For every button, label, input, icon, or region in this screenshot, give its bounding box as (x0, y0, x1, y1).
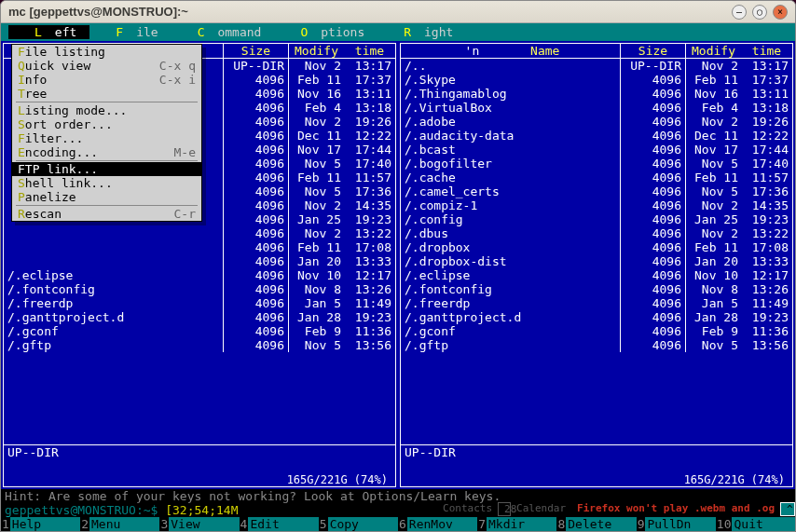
file-row[interactable]: /.bogofilter4096Nov 517:40 (401, 157, 792, 171)
file-row[interactable]: /.gconf4096Feb 911:36 (4, 324, 395, 338)
left-footer: UP--DIR (4, 444, 395, 474)
fkey-delete[interactable]: 8Delete (556, 517, 636, 531)
menu-item-file-listing[interactable]: File listing (12, 45, 201, 59)
titlebar[interactable]: mc [geppettvs@MONSTRUO]:~ – ○ × (1, 1, 795, 23)
file-row[interactable]: /.freerdp4096Jan 511:49 (401, 296, 792, 310)
right-footer: UP--DIR (401, 444, 792, 474)
fkey-copy[interactable]: 5Copy (319, 517, 398, 531)
right-panel[interactable]: 'n Name Size Modify time /..UP--DIRNov 2… (400, 43, 793, 487)
file-row[interactable]: /.compiz-14096Nov 214:35 (401, 198, 792, 212)
taskbar-contacts: Contacts (437, 502, 498, 516)
col-modify[interactable]: Modify (685, 44, 741, 58)
minimize-button[interactable]: – (732, 5, 747, 20)
fkey-pulldn[interactable]: 9PullDn (637, 517, 716, 531)
fkey-menu[interactable]: 2Menu (80, 517, 159, 531)
file-row[interactable]: /.gftp4096Nov 513:56 (4, 338, 395, 352)
file-row[interactable]: 4096Nov 213:22 (4, 226, 395, 240)
right-status: 165G/221G (74%) (401, 473, 792, 486)
menu-item-listing-mode-[interactable]: Listing mode... (12, 103, 201, 117)
menu-item-quick-view[interactable]: Quick viewC-x q (12, 59, 201, 73)
fkey-mkdir[interactable]: 7Mkdir (477, 517, 556, 531)
file-row[interactable]: /.freerdp4096Jan 511:49 (4, 296, 395, 310)
col-modify[interactable]: Modify (288, 44, 344, 58)
file-row[interactable]: /.adobe4096Nov 219:26 (401, 115, 792, 129)
maximize-button[interactable]: ○ (752, 5, 767, 20)
hint-line: Hint: Are some of your keys not working?… (1, 489, 795, 503)
menubar: LeftFileCommandOptionsRight (1, 23, 795, 41)
file-row[interactable]: /.gftp4096Nov 513:56 (401, 338, 792, 352)
scroll-up-icon[interactable]: ^ (780, 502, 795, 516)
file-row[interactable]: /.VirtualBox4096Feb 413:18 (401, 101, 792, 115)
taskbar-calendar: Calendar (511, 502, 571, 516)
col-name[interactable]: 'n Name (401, 44, 620, 58)
file-row[interactable]: /.cache4096Feb 1111:57 (401, 171, 792, 184)
taskbar-firefox: Firefox won't play .webm and .og (571, 502, 780, 516)
file-row[interactable]: /..UP--DIRNov 213:17 (401, 59, 792, 73)
menu-item-encoding-[interactable]: Encoding...M-e (12, 145, 201, 159)
col-time[interactable]: time (741, 44, 792, 58)
file-row[interactable]: /.bcast4096Nov 1717:44 (401, 143, 792, 157)
file-row[interactable]: /.camel_certs4096Nov 517:36 (401, 184, 792, 198)
calendar-icon: 28 (498, 502, 511, 516)
close-button[interactable]: × (773, 5, 788, 20)
file-row[interactable]: /.eclipse4096Nov 1012:17 (4, 268, 395, 282)
function-key-bar: 1Help2Menu3View4Edit5Copy6RenMov7Mkdir8D… (1, 517, 795, 531)
file-row[interactable]: 4096Jan 2013:33 (4, 254, 395, 268)
menu-command[interactable]: Command (172, 25, 275, 39)
file-row[interactable]: /.audacity-data4096Dec 1112:22 (401, 129, 792, 143)
panels-container: .n Size Modify time UP--DIRNov 213:17409… (1, 41, 795, 489)
file-row[interactable]: /.gconf4096Feb 911:36 (401, 324, 792, 338)
window-title: mc [geppettvs@MONSTRUO]:~ (8, 5, 732, 19)
fkey-edit[interactable]: 4Edit (240, 517, 319, 531)
menu-separator (16, 205, 198, 206)
fkey-renmov[interactable]: 6RenMov (398, 517, 477, 531)
file-row[interactable]: 4096Feb 1117:08 (4, 240, 395, 254)
menu-separator (16, 102, 198, 102)
file-row[interactable]: /.dropbox-dist4096Jan 2013:33 (401, 254, 792, 268)
left-menu-dropdown[interactable]: File listingQuick viewC-x qInfoC-x iTree… (11, 44, 202, 222)
file-row[interactable]: /.config4096Jan 2519:23 (401, 212, 792, 226)
menu-separator (16, 160, 198, 161)
fkey-quit[interactable]: 10Quit (716, 517, 795, 531)
file-row[interactable]: /.Thingamablog4096Nov 1613:11 (401, 87, 792, 101)
file-row[interactable]: /.ganttproject.d4096Jan 2819:23 (4, 310, 395, 324)
left-panel[interactable]: .n Size Modify time UP--DIRNov 213:17409… (3, 43, 396, 487)
file-row[interactable]: /.dropbox4096Feb 1117:08 (401, 240, 792, 254)
menu-right[interactable]: Right (377, 25, 466, 39)
menu-item-sort-order-[interactable]: Sort order... (12, 117, 201, 131)
file-row[interactable]: /.fontconfig4096Nov 813:26 (4, 282, 395, 296)
menu-item-filter-[interactable]: Filter... (12, 131, 201, 145)
file-row[interactable]: /.Skype4096Feb 1117:37 (401, 73, 792, 87)
col-size[interactable]: Size (620, 44, 685, 58)
menu-file[interactable]: File (89, 25, 171, 39)
file-row[interactable]: /.dbus4096Nov 213:22 (401, 226, 792, 240)
app-window: mc [geppettvs@MONSTRUO]:~ – ○ × LeftFile… (0, 0, 796, 532)
menu-item-shell-link-[interactable]: Shell link... (12, 176, 201, 190)
menu-item-panelize[interactable]: Panelize (12, 190, 201, 204)
right-col-headers: 'n Name Size Modify time (401, 44, 792, 59)
col-time[interactable]: time (344, 44, 395, 58)
file-row[interactable]: /.fontconfig4096Nov 813:26 (401, 282, 792, 296)
background-taskbar: Contacts 28 Calendar Firefox won't play … (1, 502, 795, 516)
file-row[interactable]: /.eclipse4096Nov 1012:17 (401, 268, 792, 282)
terminal-area: LeftFileCommandOptionsRight .n Size Modi… (1, 23, 795, 531)
file-row[interactable]: /.ganttproject.d4096Jan 2819:23 (401, 310, 792, 324)
fkey-view[interactable]: 3View (159, 517, 239, 531)
right-file-list[interactable]: /..UP--DIRNov 213:17/.Skype4096Feb 1117:… (401, 59, 792, 444)
menu-item-tree[interactable]: Tree (12, 87, 201, 101)
menu-item-rescan[interactable]: RescanC-r (12, 207, 201, 221)
col-size[interactable]: Size (223, 44, 288, 58)
fkey-help[interactable]: 1Help (1, 517, 80, 531)
menu-item-info[interactable]: InfoC-x i (12, 73, 201, 87)
menu-left[interactable]: Left (8, 25, 89, 39)
menu-item-ftp-link-[interactable]: FTP link... (12, 162, 201, 176)
left-status: 165G/221G (74%) (4, 473, 395, 486)
menu-options[interactable]: Options (274, 25, 377, 39)
